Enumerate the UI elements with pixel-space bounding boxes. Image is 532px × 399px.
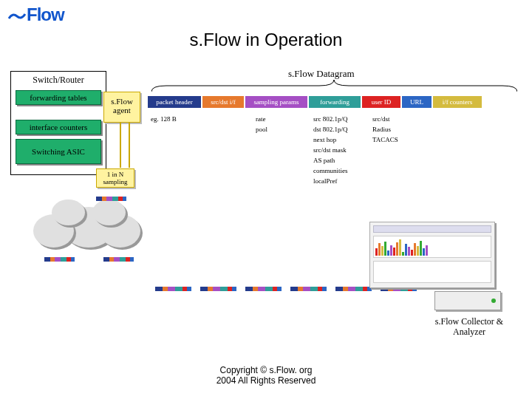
detail-user-0: src/dst (372, 114, 398, 124)
collector-label: s.Flow Collector & Analyzer (421, 316, 517, 337)
brace-icon (151, 80, 517, 93)
copyright-line: 2004 All Rights Reserved (0, 375, 532, 386)
detail-user-1: Radius (372, 124, 398, 134)
detail-sampling-1: pool (256, 124, 267, 134)
detail-fwd-0: src 802.1p/Q (313, 114, 348, 124)
hdr-url: URL (402, 96, 432, 108)
hdr-user-id: user ID (362, 96, 400, 108)
detail-packet: eg. 128 B (151, 114, 177, 124)
agent-line2: agent (106, 106, 138, 115)
packet-flow-icon (103, 257, 134, 262)
detail-fwd-6: localPref (313, 176, 348, 186)
agent-line1: s.Flow (106, 97, 138, 106)
hdr-packet-header: packet header (148, 96, 201, 108)
packet-flow-icon (44, 257, 75, 262)
detail-packet-0: eg. 128 B (151, 114, 177, 124)
detail-user-2: TACACS (372, 134, 398, 145)
hdr-forwarding: forwarding (309, 96, 361, 108)
datagram-label: s.Flow Datagram (288, 68, 355, 80)
detail-fwd-5: communities (313, 166, 348, 176)
hdr-if-counters: i/f counters (433, 96, 482, 108)
detail-forwarding: src 802.1p/Q dst 802.1p/Q next hop src/d… (313, 114, 348, 186)
switching-asic-box: Switching ASIC (16, 139, 101, 164)
connector-lines (107, 122, 144, 196)
interface-counters-box: interface counters (16, 120, 101, 134)
copyright-line: Copyright © s.Flow. org (0, 365, 532, 375)
sflow-agent-box: s.Flow agent (103, 92, 140, 123)
analyzer-window-icon (369, 222, 495, 288)
server-icon (434, 291, 501, 310)
detail-fwd-1: dst 802.1p/Q (313, 124, 348, 134)
packet-flow-icon (96, 197, 126, 201)
copyright: Copyright © s.Flow. org 2004 All Rights … (0, 365, 532, 386)
switch-label: Switch/Router (14, 75, 103, 86)
detail-fwd-4: AS path (313, 155, 348, 166)
hdr-srcdst-if: src/dst i/f (202, 96, 244, 108)
detail-sampling-0: rate (256, 114, 267, 124)
detail-user: src/dst Radius TACACS (372, 114, 398, 145)
hdr-sampling-params: sampling params (245, 96, 307, 108)
wave-icon (7, 7, 27, 25)
datagram-header-row: packet header src/dst i/f sampling param… (148, 96, 482, 108)
switch-router-box: Switch/Router forwarding tables interfac… (10, 71, 106, 175)
detail-sampling: rate pool (256, 114, 267, 134)
network-cloud-icon (22, 192, 155, 259)
detail-fwd-3: src/dst mask (313, 145, 348, 155)
forwarding-tables-box: forwarding tables (16, 90, 101, 105)
sflow-logo: Flow (7, 4, 64, 25)
page-title: s.Flow in Operation (0, 30, 532, 50)
detail-fwd-2: next hop (313, 134, 348, 145)
